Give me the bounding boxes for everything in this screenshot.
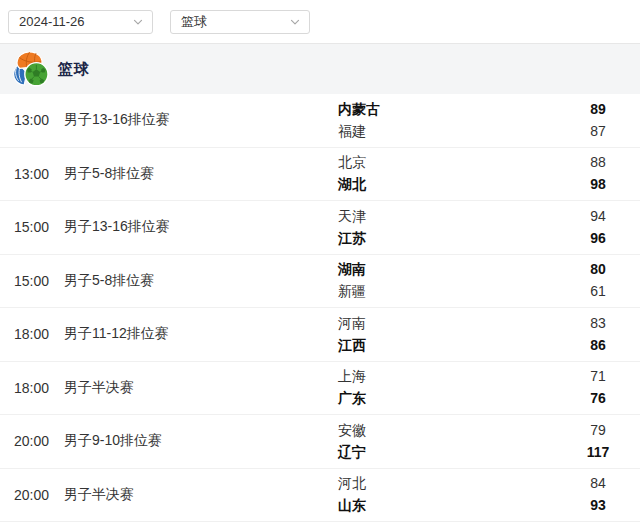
team-score: 96 <box>568 230 628 247</box>
match-event: 男子5-8排位赛 <box>64 165 338 183</box>
team-name: 上海 <box>338 368 568 385</box>
team-line: 新疆 61 <box>338 283 628 300</box>
match-event: 男子半决赛 <box>64 379 338 397</box>
team-score: 61 <box>568 283 628 300</box>
match-row[interactable]: 18:00 男子11-12排位赛 河南 83 江西 86 <box>0 308 640 362</box>
team-name: 湖北 <box>338 176 568 193</box>
team-score: 87 <box>568 123 628 140</box>
team-score: 93 <box>568 497 628 514</box>
match-teams: 内蒙古 89 福建 87 <box>338 101 640 140</box>
match-time: 13:00 <box>0 166 64 182</box>
team-line: 江西 86 <box>338 337 628 354</box>
team-name: 安徽 <box>338 422 568 439</box>
team-line: 山东 93 <box>338 497 628 514</box>
match-teams: 湖南 80 新疆 61 <box>338 261 640 300</box>
match-row[interactable]: 18:00 男子半决赛 上海 71 广东 76 <box>0 362 640 416</box>
team-name: 江苏 <box>338 230 568 247</box>
match-time: 18:00 <box>0 326 64 342</box>
team-score: 98 <box>568 176 628 193</box>
match-row[interactable]: 13:00 男子5-8排位赛 北京 88 湖北 98 <box>0 148 640 202</box>
team-line: 湖南 80 <box>338 261 628 278</box>
match-time: 18:00 <box>0 380 64 396</box>
match-teams: 北京 88 湖北 98 <box>338 154 640 193</box>
match-teams: 河北 84 山东 93 <box>338 475 640 514</box>
match-time: 13:00 <box>0 112 64 128</box>
team-line: 上海 71 <box>338 368 628 385</box>
match-event: 男子13-16排位赛 <box>64 218 338 236</box>
team-name: 江西 <box>338 337 568 354</box>
match-teams: 上海 71 广东 76 <box>338 368 640 407</box>
team-line: 辽宁 117 <box>338 444 628 461</box>
chevron-down-icon <box>289 16 301 28</box>
schedule-page: 2024-11-26 篮球 <box>0 0 640 529</box>
team-score: 71 <box>568 368 628 385</box>
date-select-value: 2024-11-26 <box>19 14 85 29</box>
match-time: 15:00 <box>0 219 64 235</box>
match-event: 男子半决赛 <box>64 486 338 504</box>
team-line: 广东 76 <box>338 390 628 407</box>
team-line: 北京 88 <box>338 154 628 171</box>
team-score: 117 <box>568 444 628 461</box>
team-name: 河北 <box>338 475 568 492</box>
match-list: 13:00 男子13-16排位赛 内蒙古 89 福建 87 13:00 男子5-… <box>0 94 640 522</box>
sport-select[interactable]: 篮球 <box>170 10 310 34</box>
match-event: 男子13-16排位赛 <box>64 111 338 129</box>
match-time: 15:00 <box>0 273 64 289</box>
match-row[interactable]: 15:00 男子13-16排位赛 天津 94 江苏 96 <box>0 201 640 255</box>
team-line: 内蒙古 89 <box>338 101 628 118</box>
match-row[interactable]: 20:00 男子9-10排位赛 安徽 79 辽宁 117 <box>0 415 640 469</box>
team-score: 86 <box>568 337 628 354</box>
chevron-down-icon <box>132 16 144 28</box>
section-title: 篮球 <box>58 60 90 79</box>
match-teams: 河南 83 江西 86 <box>338 315 640 354</box>
section-header: 篮球 <box>0 44 640 94</box>
team-score: 83 <box>568 315 628 332</box>
team-line: 安徽 79 <box>338 422 628 439</box>
team-line: 湖北 98 <box>338 176 628 193</box>
team-score: 76 <box>568 390 628 407</box>
filter-bar: 2024-11-26 篮球 <box>0 0 640 44</box>
match-event: 男子5-8排位赛 <box>64 272 338 290</box>
team-line: 河南 83 <box>338 315 628 332</box>
team-line: 天津 94 <box>338 208 628 225</box>
multi-sport-balls-logo-icon <box>10 51 50 87</box>
team-line: 江苏 96 <box>338 230 628 247</box>
team-name: 辽宁 <box>338 444 568 461</box>
team-score: 89 <box>568 101 628 118</box>
sport-select-value: 篮球 <box>181 13 207 31</box>
match-teams: 安徽 79 辽宁 117 <box>338 422 640 461</box>
match-event: 男子11-12排位赛 <box>64 325 338 343</box>
date-select[interactable]: 2024-11-26 <box>8 10 153 34</box>
team-name: 北京 <box>338 154 568 171</box>
match-time: 20:00 <box>0 433 64 449</box>
match-teams: 天津 94 江苏 96 <box>338 208 640 247</box>
team-name: 内蒙古 <box>338 101 568 118</box>
match-time: 20:00 <box>0 487 64 503</box>
team-score: 79 <box>568 422 628 439</box>
team-line: 河北 84 <box>338 475 628 492</box>
team-name: 湖南 <box>338 261 568 278</box>
team-name: 新疆 <box>338 283 568 300</box>
match-row[interactable]: 20:00 男子半决赛 河北 84 山东 93 <box>0 469 640 523</box>
team-score: 88 <box>568 154 628 171</box>
match-row[interactable]: 13:00 男子13-16排位赛 内蒙古 89 福建 87 <box>0 94 640 148</box>
team-score: 94 <box>568 208 628 225</box>
team-name: 河南 <box>338 315 568 332</box>
team-name: 广东 <box>338 390 568 407</box>
team-name: 天津 <box>338 208 568 225</box>
team-score: 84 <box>568 475 628 492</box>
match-event: 男子9-10排位赛 <box>64 432 338 450</box>
team-name: 山东 <box>338 497 568 514</box>
team-name: 福建 <box>338 123 568 140</box>
match-row[interactable]: 15:00 男子5-8排位赛 湖南 80 新疆 61 <box>0 255 640 309</box>
team-score: 80 <box>568 261 628 278</box>
team-line: 福建 87 <box>338 123 628 140</box>
